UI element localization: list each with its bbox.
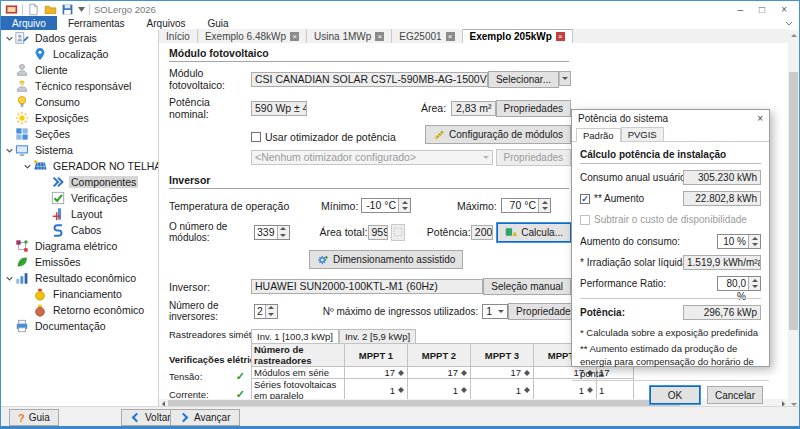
- sidebar-item-label: Resultado econômico: [33, 272, 138, 284]
- check-ok-icon: ✓: [236, 370, 245, 383]
- dialog-note-1: * Calculada sobre a exposição predefinid…: [580, 327, 761, 339]
- tab-inicio[interactable]: Início: [159, 29, 198, 43]
- module-count-stepper[interactable]: 339: [254, 225, 290, 240]
- sidebar-item-cliente[interactable]: Cliente: [1, 62, 158, 78]
- sidebar-item-gerador-no-telhado[interactable]: GERADOR NO TELHADO: [1, 158, 158, 174]
- sidebar-item-exposicoes[interactable]: Exposições: [1, 110, 158, 126]
- sidebar-item-label: Documentação: [33, 320, 108, 332]
- document-tab-bar: Início Exemplo 6.48kWp× Usina 1MWp× EG25…: [159, 29, 788, 44]
- net-irradiation-field: 1.519,9 kWh/m²a: [683, 255, 761, 270]
- performance-ratio-stepper[interactable]: 80,0 %: [717, 276, 761, 291]
- next-button[interactable]: Avançar: [170, 409, 240, 426]
- dialog-note-2: ** Aumento estimado da produção de energ…: [580, 343, 761, 380]
- ok-button[interactable]: OK: [650, 386, 700, 404]
- new-document-icon[interactable]: [27, 3, 40, 16]
- sidebar-item-diagrama-eletrico[interactable]: Diagrama elétrico: [1, 238, 158, 254]
- next-chevron-icon: [179, 412, 190, 423]
- temp-min-stepper[interactable]: -10 °C: [361, 198, 411, 213]
- expander-chevron-icon[interactable]: [22, 161, 33, 172]
- expander-chevron-icon[interactable]: [4, 273, 15, 284]
- tab-eg25001[interactable]: EG25001×: [392, 29, 462, 43]
- menu-arquivos[interactable]: Arquivos: [136, 16, 197, 30]
- sidebar-item-localizacao[interactable]: Localização: [1, 46, 158, 62]
- dialog-close-icon[interactable]: ×: [757, 113, 763, 124]
- ribbon-collapse-chevron-icon[interactable]: [785, 16, 793, 30]
- scrollbar-thumb[interactable]: [789, 72, 798, 330]
- operating-temp-label: Temperatura de operação: [169, 200, 321, 212]
- cell-stepper: [460, 370, 468, 376]
- dialog-tab-padrao[interactable]: Padrão: [576, 128, 621, 142]
- sidebar-item-label: Cabos: [69, 224, 103, 236]
- vertical-scrollbar[interactable]: [788, 30, 799, 409]
- optimizer-dropdown: <Nenhum otimizador configurado>: [251, 150, 493, 165]
- cell-stepper: [460, 387, 468, 393]
- calculate-button[interactable]: Calcula...: [497, 223, 571, 242]
- monitor-icon: [15, 143, 30, 157]
- caret-down-icon[interactable]: [78, 7, 85, 12]
- sidebar-item-label: Técnico responsável: [33, 80, 133, 92]
- dialog-power-field: 296,76 kWp: [683, 305, 761, 320]
- question-icon: ?: [18, 412, 25, 424]
- module-config-button[interactable]: Configuração de módulos: [425, 125, 571, 144]
- sidebar-item-emissoes[interactable]: Emissões: [1, 254, 158, 270]
- menu-arquivo[interactable]: Arquivo: [1, 16, 57, 30]
- assisted-sizing-button[interactable]: Dimensionamento assistido: [309, 250, 463, 269]
- sidebar-item-label: Financiamento: [51, 288, 124, 300]
- availability-checkbox: [580, 215, 590, 225]
- consumption-increase-stepper[interactable]: 10 %: [717, 234, 761, 249]
- dialog-tab-pvgis[interactable]: PVGIS: [621, 127, 664, 141]
- sidebar-item-verificacoes[interactable]: Verificações: [1, 190, 158, 206]
- module-properties-button[interactable]: Propriedades: [496, 100, 571, 117]
- select-module-dropdown-arrow[interactable]: [559, 71, 571, 86]
- sidebar-item-secoes[interactable]: Seções: [1, 126, 158, 142]
- cell-stepper: [397, 370, 405, 376]
- expander-chevron-icon[interactable]: [4, 145, 15, 156]
- temp-max-stepper[interactable]: 70 °C: [501, 198, 551, 213]
- sidebar-item-dados-gerais[interactable]: Dados gerais: [1, 30, 158, 46]
- sidebar-item-resultado-economico[interactable]: Resultado econômico: [1, 270, 158, 286]
- module-section-header: Módulo fotovoltaico: [169, 47, 569, 62]
- layout-icon: [51, 207, 66, 221]
- inverter-tab-2[interactable]: Inv. 2 [5,9 kWp]: [339, 329, 416, 343]
- maximize-button[interactable]: □: [759, 4, 765, 15]
- scroll-up-arrow[interactable]: [788, 30, 799, 40]
- sidebar-item-tecnico-responsavel[interactable]: Técnico responsável: [1, 78, 158, 94]
- tab-exemplo-648kwp[interactable]: Exemplo 6.48kWp×: [198, 29, 307, 43]
- sidebar-item-retorno-economico[interactable]: Retorno econômico: [1, 302, 158, 318]
- tab-close-icon[interactable]: ×: [290, 32, 299, 41]
- module-name-field: CSI CANADIAN SOLAR CS7L-590MB-AG-1500V: [251, 72, 488, 87]
- expander-chevron-icon[interactable]: [4, 33, 15, 44]
- sidebar-item-financiamento[interactable]: Financiamento: [1, 286, 158, 302]
- select-module-button[interactable]: Selecionar...: [488, 71, 559, 88]
- menu-guia[interactable]: Guia: [197, 16, 240, 30]
- annual-consumption-label: Consumo anual usuário:: [580, 172, 683, 183]
- tab-close-icon[interactable]: ×: [375, 32, 384, 41]
- optimizer-checkbox[interactable]: [251, 132, 261, 142]
- net-irradiation-label: * Irradiação solar líquida:: [580, 257, 683, 268]
- sidebar-item-cabos[interactable]: Cabos: [1, 222, 158, 238]
- increase-checkbox[interactable]: ✓: [580, 194, 590, 204]
- tab-exemplo-205kwp[interactable]: Exemplo 205kWp×: [463, 29, 573, 44]
- manual-selection-button[interactable]: Seleção manual: [483, 278, 571, 295]
- menu-ferramentas[interactable]: Ferramentas: [57, 16, 136, 30]
- gear-plus-icon: [317, 254, 329, 266]
- save-icon[interactable]: [61, 3, 74, 16]
- inverter-tab-1[interactable]: Inv. 1 [100,3 kWp]: [251, 329, 339, 343]
- area-label: Área:: [421, 102, 446, 114]
- guide-button[interactable]: ? Guia: [9, 409, 59, 426]
- max-inputs-dropdown[interactable]: 1: [482, 304, 508, 319]
- inverter-count-stepper[interactable]: 2: [254, 304, 278, 319]
- sidebar-item-consumo[interactable]: Consumo: [1, 94, 158, 110]
- open-folder-icon[interactable]: [44, 3, 57, 16]
- minimize-button[interactable]: –: [738, 4, 744, 15]
- close-button[interactable]: ×: [781, 4, 787, 15]
- tab-close-icon[interactable]: ×: [446, 32, 455, 41]
- tab-close-icon[interactable]: ×: [556, 32, 565, 41]
- sidebar-item-componentes[interactable]: Componentes: [1, 174, 158, 190]
- sidebar-item-documentacao[interactable]: Documentação: [1, 318, 158, 334]
- sidebar-item-layout[interactable]: Layout: [1, 206, 158, 222]
- cancel-button[interactable]: Cancelar: [707, 386, 763, 404]
- tab-usina-1mwp[interactable]: Usina 1MWp×: [307, 29, 392, 43]
- sidebar-item-label: GERADOR NO TELHADO: [51, 160, 159, 172]
- sidebar-item-sistema[interactable]: Sistema: [1, 142, 158, 158]
